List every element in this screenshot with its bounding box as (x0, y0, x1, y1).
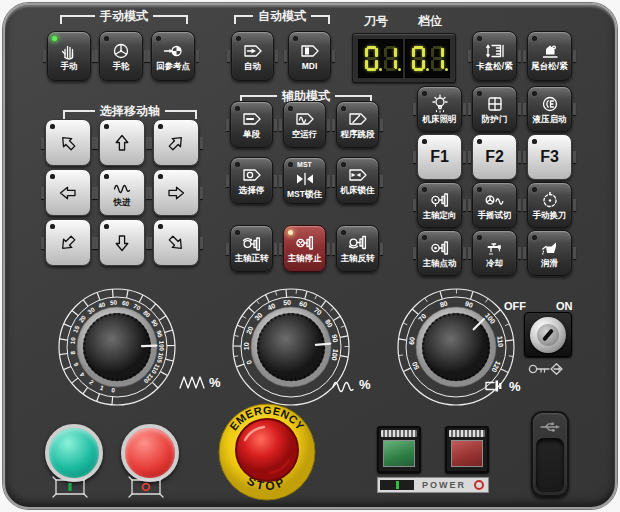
button-label: 冷却 (486, 259, 503, 268)
spindle-orient-icon (429, 190, 451, 210)
reference-return-button[interactable]: 回参考点 (151, 31, 195, 81)
led-indicator (477, 36, 482, 41)
power-on-button[interactable] (45, 424, 103, 482)
button-label: MST锁住 (287, 190, 322, 199)
led-indicator (50, 224, 55, 229)
led-indicator (532, 139, 537, 144)
rapid-icon (330, 374, 356, 394)
spindle-orient-button[interactable]: 主轴定向 (417, 182, 462, 228)
f1-button[interactable]: F1 (417, 134, 462, 180)
led-indicator (158, 224, 163, 229)
button-label: 主轴点动 (423, 259, 457, 268)
svg-text:100: 100 (330, 348, 339, 361)
led-indicator (532, 91, 537, 96)
block-skip-button[interactable]: 程序跳段 (336, 101, 379, 148)
right-function-button-group: 机床照明防护门液压启动F1F2F3主轴定向手摇试切手动换刀主轴点动冷却润滑 (417, 86, 572, 276)
group-title-text: 选择移动轴 (95, 105, 165, 117)
lamp-ribbed-cover (381, 430, 417, 437)
svg-text:110: 110 (496, 336, 504, 348)
machine-lock-button[interactable]: 机床锁住 (336, 157, 379, 204)
pennant-single-icon (242, 109, 262, 129)
button-label: 主轴定向 (423, 211, 457, 220)
lamp-lens (451, 440, 483, 467)
machine-light-button[interactable]: 机床照明 (417, 86, 462, 132)
usb-port (531, 411, 569, 497)
spindle-fwd-icon (241, 233, 263, 253)
collide-arrows-icon (295, 169, 315, 189)
led-indicator (236, 36, 241, 41)
feed-override-dial[interactable]: 0124681015203040506070809095100105110120 (57, 287, 177, 407)
led-indicator (532, 36, 537, 41)
svg-text:50: 50 (283, 299, 291, 307)
group-title-text: 手动模式 (95, 10, 153, 22)
arrow-icon (54, 128, 82, 156)
led-indicator (158, 174, 163, 179)
svg-text:10: 10 (69, 336, 77, 344)
feedrate-icon (178, 372, 206, 392)
hand-icon (59, 41, 79, 61)
manual-tool-change-button[interactable]: 手动换刀 (527, 182, 572, 228)
spindle-override-unit: % (484, 376, 521, 396)
axis-left-button[interactable] (45, 169, 91, 216)
coolant-icon (485, 238, 505, 258)
spindle-stop-button[interactable]: 主轴停止 (283, 225, 326, 272)
pennant-skip-icon (348, 109, 368, 129)
rapid-feed-button[interactable]: 快进 (99, 169, 145, 216)
chuck-clamp-button[interactable]: 卡盘松/紧 (472, 31, 517, 81)
tailstock-clamp-button[interactable]: 尾台松/紧 (527, 31, 572, 81)
led-indicator (104, 124, 109, 129)
spindle-forward-button[interactable]: 主轴正转 (230, 225, 273, 272)
estop-mushroom[interactable] (236, 419, 298, 481)
mdi-mode-button[interactable]: MDI (288, 31, 331, 81)
feed-override-unit: % (178, 372, 221, 392)
key-switch[interactable] (524, 312, 572, 357)
hydraulic-start-button[interactable]: 液压启动 (527, 86, 572, 132)
optional-stop-button[interactable]: 选择停 (230, 157, 273, 204)
handwheel-trial-cut-button[interactable]: 手摇试切 (472, 182, 517, 228)
svg-text:60: 60 (408, 336, 416, 345)
f3-button[interactable]: F3 (527, 134, 572, 180)
coolant-button[interactable]: 冷却 (472, 230, 517, 276)
single-block-button[interactable]: 单段 (230, 101, 273, 148)
button-label: F2 (485, 149, 504, 165)
svg-text:90: 90 (331, 334, 339, 343)
dry-run-button[interactable]: 空运行 (283, 101, 326, 148)
axis-up-right-button[interactable] (153, 119, 199, 166)
mst-lock-button[interactable]: MSTMST锁住 (283, 157, 326, 204)
hand-trial-icon (484, 190, 506, 210)
guard-door-button[interactable]: 防护门 (472, 86, 517, 132)
button-label: F1 (430, 149, 449, 165)
svg-text:20: 20 (245, 325, 254, 335)
axis-down-button[interactable] (99, 219, 145, 266)
pennant-mdi-icon (300, 41, 320, 61)
manual-mode-button[interactable]: 手动 (47, 31, 91, 81)
axis-up-button[interactable] (99, 119, 145, 166)
emergency-stop-button[interactable]: EMERGENCY STOP (215, 400, 319, 504)
spindle-jog-button[interactable]: 主轴点动 (417, 230, 462, 276)
svg-text:90: 90 (464, 300, 474, 309)
axis-down-left-button[interactable] (45, 219, 91, 266)
svg-text:105: 105 (156, 352, 165, 364)
axis-down-right-button[interactable] (153, 219, 199, 266)
axis-right-button[interactable] (153, 169, 199, 216)
key-icon (527, 359, 569, 379)
svg-text:6: 6 (72, 361, 80, 367)
led-indicator (104, 36, 109, 41)
power-off-button[interactable] (121, 424, 179, 482)
tailstock-icon (540, 41, 560, 61)
handwheel-mode-button[interactable]: 手轮 (99, 31, 143, 81)
spindle-reverse-button[interactable]: 主轴反转 (336, 225, 379, 272)
axis-up-left-button[interactable] (45, 119, 91, 166)
cnc-operator-panel: 手动模式 自动模式 辅助模式 选择移动轴 手动手轮回参考点 自动MDI 卡盘松/… (0, 0, 620, 512)
seven-segment-digit (384, 46, 397, 71)
manual-mode-group-title: 手动模式 (60, 10, 188, 24)
led-indicator (422, 91, 427, 96)
led-indicator (422, 187, 427, 192)
button-label: 防护门 (482, 115, 508, 124)
unit-text: % (209, 375, 221, 390)
auto-mode-button[interactable]: 自动 (231, 31, 274, 81)
f2-button[interactable]: F2 (472, 134, 517, 180)
button-label: 润滑 (541, 259, 558, 268)
power-on-bar-icon (396, 481, 399, 489)
lubrication-button[interactable]: 润滑 (527, 230, 572, 276)
